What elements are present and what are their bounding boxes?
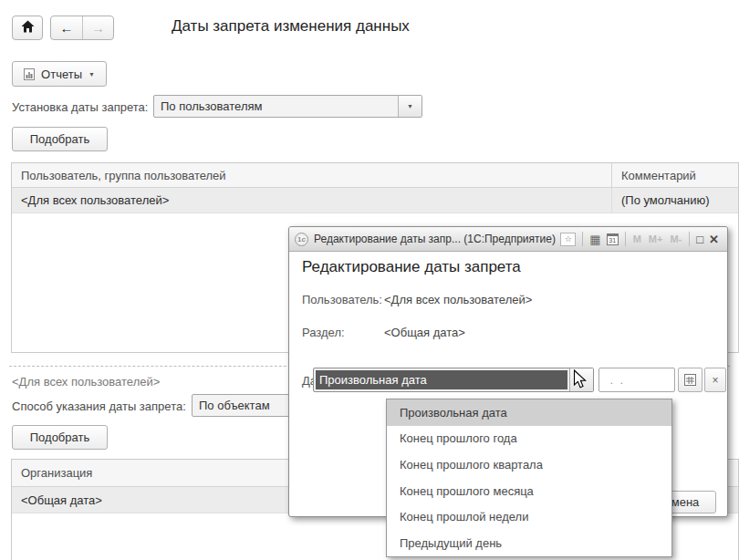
dropdown-item-end-of-last-week[interactable]: Конец прошлой недели — [387, 503, 671, 530]
calendar-icon: 31 — [607, 233, 619, 245]
pick-users-label: Подобрать — [30, 132, 89, 146]
method-label: Способ указания даты запрета: — [12, 399, 186, 413]
forward-icon: → — [91, 20, 105, 36]
back-button[interactable]: ← — [51, 16, 82, 39]
date-method-dropdown-list: Произвольная дата Конец прошлого года Ко… — [386, 399, 672, 557]
pick-orgs-label: Подобрать — [30, 430, 89, 444]
page-title: Даты запрета изменения данных — [172, 17, 410, 36]
dropdown-item-end-of-last-quarter[interactable]: Конец прошлого квартала — [387, 451, 671, 478]
maximize-button[interactable]: □ — [696, 233, 703, 246]
titlebar-separator — [582, 232, 583, 246]
section-value: <Общая дата> — [384, 326, 465, 339]
star-icon: ☆ — [565, 234, 572, 244]
dropdown-item-end-of-last-year[interactable]: Конец прошлого года — [387, 426, 671, 452]
dialog-title: Редактирование даты запр... (1С:Предприя… — [314, 233, 557, 245]
setup-date-label: Установка даты запрета: — [12, 100, 148, 114]
chevron-down-icon: ▼ — [88, 71, 95, 78]
close-button[interactable]: ✕ — [709, 233, 719, 246]
setup-date-combobox[interactable]: По пользователям ▼ — [153, 95, 422, 118]
favorites-button[interactable]: ☆ — [560, 233, 576, 246]
history-nav: ← → — [50, 16, 114, 40]
maximize-icon: □ — [696, 233, 703, 246]
user-label: Пользователь: — [302, 293, 382, 306]
mouse-cursor — [573, 369, 588, 394]
chevron-down-icon: ▼ — [407, 103, 413, 109]
dropdown-item-arbitrary-date[interactable]: Произвольная дата — [387, 399, 671, 426]
forward-button[interactable]: → — [82, 16, 113, 39]
memory-recall-button[interactable]: M — [633, 233, 641, 244]
users-table-cell-user: <Для всех пользователей> — [12, 188, 612, 213]
memory-subtract-button[interactable]: M- — [670, 233, 682, 244]
clear-date-button[interactable]: × — [704, 368, 726, 392]
section-label: Раздел: — [302, 326, 345, 339]
dropdown-item-previous-day[interactable]: Предыдущий день — [387, 530, 671, 556]
pick-users-button[interactable]: Подобрать — [12, 127, 108, 151]
close-icon: ✕ — [709, 233, 719, 246]
calendar-icon — [684, 374, 696, 386]
memory-add-button[interactable]: M+ — [649, 233, 663, 244]
dropdown-item-end-of-last-month[interactable]: Конец прошлого месяца — [387, 478, 671, 504]
reports-label: Отчеты — [41, 67, 82, 81]
calendar-button[interactable]: 31 — [607, 233, 619, 245]
calculator-button[interactable]: ▦ — [589, 233, 600, 246]
home-button[interactable] — [12, 16, 43, 40]
dialog-titlebar[interactable]: 1с Редактирование даты запр... (1С:Предп… — [289, 227, 727, 252]
home-icon — [21, 20, 35, 36]
date-input[interactable] — [598, 368, 675, 392]
users-table-row[interactable]: <Для всех пользователей> (По умолчанию) — [12, 188, 738, 213]
clear-icon: × — [712, 374, 718, 387]
users-table-header-user[interactable]: Пользователь, группа пользователей — [12, 163, 612, 187]
pick-orgs-button[interactable]: Подобрать — [12, 425, 108, 450]
titlebar-separator — [625, 232, 626, 246]
selected-user-text: <Для всех пользователей> — [12, 375, 160, 389]
dialog-heading: Редактирование даты запрета — [302, 258, 521, 276]
user-value: <Для всех пользователей> — [384, 293, 532, 306]
app-window: ← → Даты запрета изменения данных Отчеты… — [0, 0, 739, 560]
date-method-combobox[interactable]: Произвольная дата ▼ — [313, 368, 594, 392]
users-table-cell-comment: (По умолчанию) — [612, 188, 738, 213]
back-icon: ← — [60, 20, 74, 36]
setup-date-value: По пользователям — [154, 96, 398, 117]
reports-button[interactable]: Отчеты ▼ — [12, 61, 107, 87]
onec-logo-icon: 1с — [295, 233, 308, 246]
setup-date-dropdown-button[interactable]: ▼ — [398, 96, 422, 117]
titlebar-separator — [689, 232, 690, 246]
calendar-picker-button[interactable] — [678, 368, 703, 392]
date-method-value: Произвольная дата — [316, 370, 567, 389]
calculator-icon: ▦ — [589, 233, 600, 246]
users-table-header-comment[interactable]: Комментарий — [612, 163, 738, 187]
report-chart-icon — [24, 68, 35, 80]
